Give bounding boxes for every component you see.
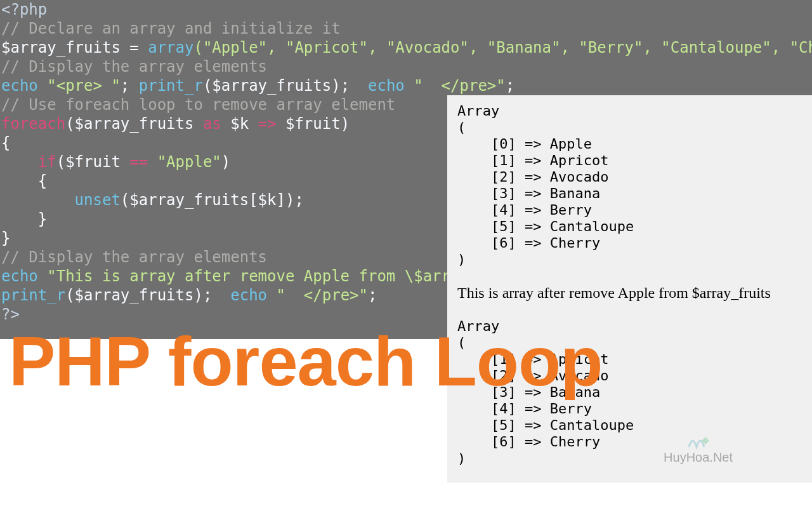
output-array-label: Array bbox=[457, 103, 802, 119]
output-array-item: [5] => Cantaloupe bbox=[457, 218, 802, 235]
watermark-logo-icon bbox=[686, 432, 712, 451]
output-array-item: [0] => Apple bbox=[457, 136, 802, 152]
watermark-text: HuyHoa.Net bbox=[664, 450, 733, 465]
output-array-item: [1] => Apricot bbox=[457, 152, 802, 169]
code-var: $array_fruits bbox=[1, 39, 121, 57]
php-open-tag: <?php bbox=[1, 1, 47, 18]
output-panel: Array ( [0] => Apple [1] => Apricot [2] … bbox=[447, 95, 812, 483]
output-array-item: [3] => Banana bbox=[457, 185, 802, 202]
output-array-item: [2] => Avocado bbox=[457, 169, 802, 185]
code-keyword: foreach bbox=[1, 115, 65, 133]
code-comment: // Display the array elements bbox=[1, 58, 267, 76]
code-func: array bbox=[148, 39, 193, 57]
output-array-item: [5] => Cantaloupe bbox=[457, 417, 802, 434]
output-array-item: [6] => Cherry bbox=[457, 434, 802, 450]
output-array-item: [4] => Berry bbox=[457, 202, 802, 218]
output-array-item: [4] => Berry bbox=[457, 401, 802, 417]
output-array-item: [6] => Cherry bbox=[457, 235, 802, 251]
code-comment: // Use foreach loop to remove array elem… bbox=[1, 96, 395, 114]
code-comment: // Display the array elements bbox=[1, 248, 267, 266]
code-comment: // Declare an array and initialize it bbox=[1, 20, 341, 37]
banner-title: PHP foreach Loop bbox=[9, 321, 602, 401]
output-message: This is array after remove Apple from $a… bbox=[457, 284, 802, 302]
